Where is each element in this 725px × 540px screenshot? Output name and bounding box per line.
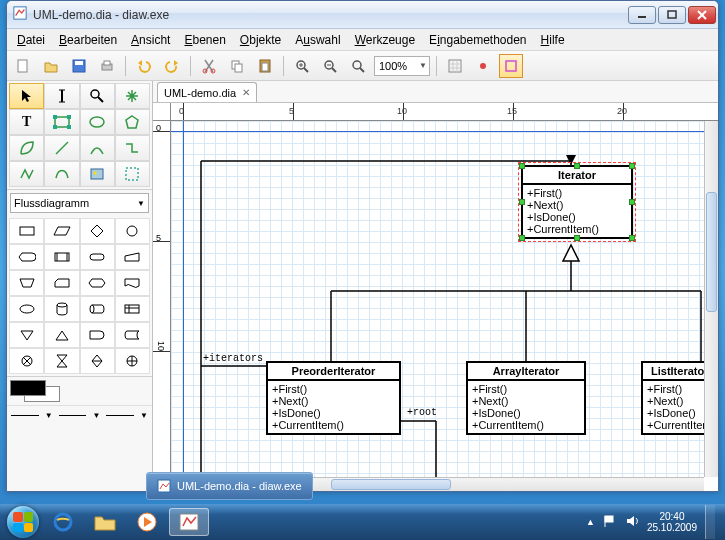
redo-button[interactable] [160, 54, 184, 78]
copy-button[interactable] [225, 54, 249, 78]
tray-up-icon[interactable]: ▲ [586, 517, 595, 527]
select-tool[interactable] [9, 83, 44, 109]
box-tool[interactable] [44, 109, 79, 135]
image-tool[interactable] [80, 161, 115, 187]
start-button[interactable] [4, 504, 42, 540]
undo-button[interactable] [132, 54, 156, 78]
polygon-tool[interactable] [115, 109, 150, 135]
taskbar-explorer-icon[interactable] [85, 508, 125, 536]
svg-point-62 [90, 305, 94, 313]
flowchart-manual-op[interactable] [9, 270, 44, 296]
flowchart-internal[interactable] [115, 296, 150, 322]
zoom-fit-button[interactable] [346, 54, 370, 78]
zigzag-tool[interactable] [115, 135, 150, 161]
text-tool[interactable]: T [9, 109, 44, 135]
zoom-combo[interactable]: 100%▼ [374, 56, 430, 76]
menu-werkzeuge[interactable]: Werkzeuge [349, 31, 421, 49]
flowchart-collate[interactable] [44, 348, 79, 374]
text-cursor-tool[interactable] [44, 83, 79, 109]
minimize-button[interactable] [628, 6, 656, 24]
flowchart-drum[interactable] [44, 296, 79, 322]
flowchart-summing[interactable] [9, 348, 44, 374]
flowchart-parallelogram[interactable] [44, 218, 79, 244]
svg-line-44 [56, 142, 68, 154]
flowchart-extract[interactable] [44, 322, 79, 348]
taskbar-mediaplayer-icon[interactable] [127, 508, 167, 536]
menu-ebenen[interactable]: Ebenen [178, 31, 231, 49]
menu-datei[interactable]: Datei [11, 31, 51, 49]
canvas[interactable]: +iterators +root Iterator +First() +Next… [171, 121, 704, 477]
flowchart-display[interactable] [9, 244, 44, 270]
menu-bearbeiten[interactable]: Bearbeiten [53, 31, 123, 49]
taskbar-preview-button[interactable]: UML-demo.dia - diaw.exe [146, 472, 313, 500]
snap-grid-button[interactable] [443, 54, 467, 78]
svg-point-23 [353, 61, 361, 69]
arc-tool[interactable] [80, 135, 115, 161]
vertical-scrollbar[interactable] [704, 121, 718, 477]
snap-object-button[interactable] [471, 54, 495, 78]
close-button[interactable] [688, 6, 716, 24]
zoom-out-button[interactable] [318, 54, 342, 78]
zoom-in-button[interactable] [290, 54, 314, 78]
flowchart-sort[interactable] [80, 348, 115, 374]
cut-button[interactable] [197, 54, 221, 78]
line-style-row[interactable]: ▼ ▼ ▼ [7, 405, 152, 425]
bezierline-tool[interactable] [44, 161, 79, 187]
svg-marker-58 [55, 279, 69, 287]
line-tool[interactable] [44, 135, 79, 161]
outline-tool[interactable] [115, 161, 150, 187]
taskbar-dia-icon[interactable] [169, 508, 209, 536]
ellipse-tool[interactable] [80, 109, 115, 135]
bezier-tool[interactable] [9, 135, 44, 161]
flowchart-manual-input[interactable] [115, 244, 150, 270]
flowchart-document[interactable] [115, 270, 150, 296]
uml-class-iterator[interactable]: Iterator +First() +Next() +IsDone() +Cur… [521, 165, 633, 239]
zoom-tool[interactable] [80, 83, 115, 109]
tray-clock[interactable]: 20:40 25.10.2009 [647, 511, 697, 533]
svg-marker-97 [627, 516, 634, 526]
maximize-button[interactable] [658, 6, 686, 24]
polyline-tool[interactable] [9, 161, 44, 187]
print-button[interactable] [95, 54, 119, 78]
show-desktop-button[interactable] [705, 505, 715, 539]
flowchart-card[interactable] [44, 270, 79, 296]
save-button[interactable] [67, 54, 91, 78]
shape-category-dropdown[interactable]: Flussdiagramm ▼ [10, 193, 149, 213]
uml-class-list[interactable]: ListIterator +First() +Next() +IsDone() … [641, 361, 704, 435]
flowchart-ellipse[interactable] [9, 296, 44, 322]
uml-class-array[interactable]: ArrayIterator +First() +Next() +IsDone()… [466, 361, 586, 435]
tray-volume-icon[interactable] [625, 514, 639, 530]
open-button[interactable] [39, 54, 63, 78]
paste-button[interactable] [253, 54, 277, 78]
document-tab[interactable]: UML-demo.dia ✕ [157, 82, 257, 102]
fg-bg-swatch[interactable] [10, 380, 60, 402]
flowchart-delay[interactable] [80, 322, 115, 348]
flowchart-decision[interactable] [80, 218, 115, 244]
flowchart-disk[interactable] [80, 296, 115, 322]
scroll-thumb[interactable] [331, 479, 451, 490]
flowchart-stored[interactable] [115, 322, 150, 348]
menu-eingabemethoden[interactable]: Eingabemethoden [423, 31, 532, 49]
uml-class-preorder[interactable]: PreorderIterator +First() +Next() +IsDon… [266, 361, 401, 435]
menu-auswahl[interactable]: Auswahl [289, 31, 346, 49]
flowchart-terminal[interactable] [80, 244, 115, 270]
new-file-button[interactable] [11, 54, 35, 78]
menu-ansicht[interactable]: Ansicht [125, 31, 176, 49]
flowchart-connector[interactable] [115, 218, 150, 244]
taskbar-button-label: UML-demo.dia - diaw.exe [177, 480, 302, 492]
taskbar-ie-icon[interactable] [43, 508, 83, 536]
scroll-thumb[interactable] [706, 192, 717, 312]
flowchart-merge[interactable] [9, 322, 44, 348]
menu-objekte[interactable]: Objekte [234, 31, 287, 49]
svg-rect-9 [104, 61, 110, 65]
toggle-something-button[interactable] [499, 54, 523, 78]
menu-hilfe[interactable]: Hilfe [535, 31, 571, 49]
flowchart-or[interactable] [115, 348, 150, 374]
tab-close-icon[interactable]: ✕ [242, 87, 250, 98]
pan-tool[interactable] [115, 83, 150, 109]
titlebar[interactable]: UML-demo.dia - diaw.exe [7, 1, 718, 29]
flowchart-predefined[interactable] [44, 244, 79, 270]
flowchart-preparation[interactable] [80, 270, 115, 296]
tray-flag-icon[interactable] [603, 514, 617, 530]
flowchart-process[interactable] [9, 218, 44, 244]
